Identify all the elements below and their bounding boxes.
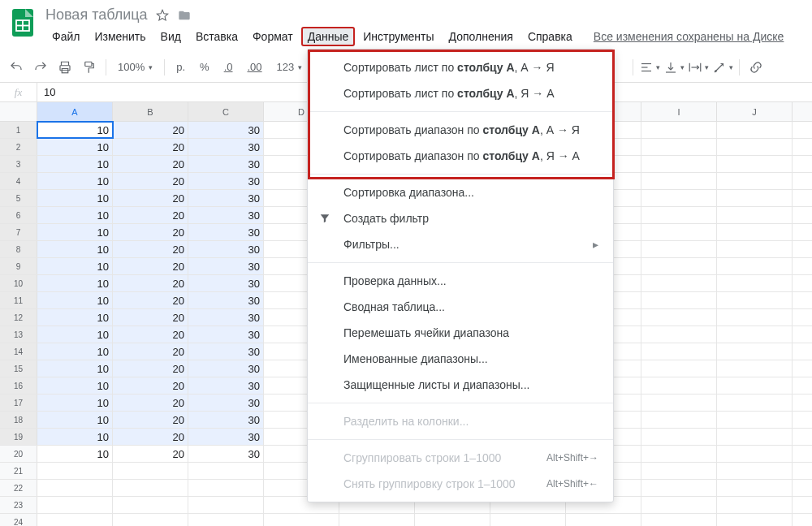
cell[interactable] (717, 514, 793, 526)
cell[interactable] (641, 446, 717, 462)
cell[interactable]: 10 (37, 394, 113, 411)
cell[interactable] (264, 514, 339, 526)
row-header[interactable]: 5 (0, 190, 37, 206)
cell[interactable]: 20 (113, 446, 188, 462)
menu-item[interactable]: Сортировать лист по столбцу A, Я → А (308, 80, 613, 106)
cell[interactable] (641, 514, 717, 526)
row-header[interactable]: 18 (0, 412, 37, 428)
menu-item[interactable]: Защищенные листы и диапазоны... (308, 372, 613, 398)
cell[interactable] (717, 463, 793, 479)
move-folder-icon[interactable] (177, 9, 192, 22)
cell[interactable]: 30 (188, 139, 264, 155)
cell[interactable] (641, 394, 717, 411)
menu-item[interactable]: Сортировать лист по столбцу A, А → Я (308, 54, 613, 80)
cell[interactable] (188, 480, 264, 496)
row-header[interactable]: 24 (0, 514, 37, 526)
percent-button[interactable]: % (193, 56, 216, 79)
cell[interactable]: 30 (188, 207, 264, 223)
cell[interactable] (113, 463, 188, 479)
cell[interactable] (641, 292, 717, 308)
cell[interactable] (717, 412, 793, 428)
cell[interactable]: 10 (37, 343, 113, 360)
cell[interactable] (641, 207, 717, 223)
cell[interactable]: 30 (188, 122, 264, 138)
col-header-B[interactable]: B (113, 102, 188, 121)
row-header[interactable]: 13 (0, 326, 37, 343)
cell[interactable] (717, 122, 793, 138)
menu-item[interactable]: Проверка данных... (308, 268, 613, 294)
menu-инструменты[interactable]: Инструменты (356, 27, 440, 46)
menu-item[interactable]: Сводная таблица... (308, 294, 613, 320)
cell[interactable] (717, 173, 793, 189)
cell[interactable] (641, 224, 717, 240)
wrap-button[interactable]: ▾ (687, 56, 710, 79)
cell[interactable]: 10 (37, 207, 113, 223)
row-header[interactable]: 15 (0, 360, 37, 377)
cell[interactable] (339, 514, 415, 526)
cell[interactable]: 20 (113, 207, 188, 223)
print-button[interactable] (54, 56, 76, 79)
row-header[interactable]: 7 (0, 224, 37, 240)
row-header[interactable]: 2 (0, 139, 37, 155)
cell[interactable]: 10 (37, 156, 113, 172)
cell[interactable]: 20 (113, 156, 188, 172)
cell[interactable] (717, 292, 793, 308)
cell[interactable]: 10 (37, 258, 113, 274)
cell[interactable] (37, 514, 113, 526)
cell[interactable] (641, 326, 717, 343)
cell[interactable] (641, 360, 717, 377)
undo-button[interactable] (5, 56, 28, 79)
cell[interactable] (717, 497, 793, 513)
row-header[interactable]: 10 (0, 275, 37, 291)
link-button[interactable] (745, 56, 767, 79)
col-header-C[interactable]: C (188, 102, 264, 121)
cell[interactable]: 10 (37, 139, 113, 155)
cell[interactable]: 20 (113, 394, 188, 411)
row-header[interactable]: 22 (0, 480, 37, 496)
cell[interactable]: 10 (37, 241, 113, 257)
cell[interactable]: 10 (37, 360, 113, 377)
cell[interactable]: 30 (188, 377, 264, 394)
cell[interactable]: 30 (188, 360, 264, 377)
cell[interactable] (641, 343, 717, 360)
cell[interactable]: 30 (188, 173, 264, 189)
cell[interactable] (641, 122, 717, 138)
sheets-logo[interactable] (6, 6, 39, 39)
cell[interactable] (641, 429, 717, 445)
cell[interactable] (717, 190, 793, 206)
align-button[interactable]: ▾ (638, 56, 661, 79)
cell[interactable]: 30 (188, 258, 264, 274)
cell[interactable] (717, 258, 793, 274)
cell[interactable]: 30 (188, 224, 264, 240)
row-header[interactable]: 19 (0, 429, 37, 445)
row-header[interactable]: 12 (0, 309, 37, 326)
cell[interactable]: 30 (188, 343, 264, 360)
cell[interactable]: 30 (188, 429, 264, 445)
cell[interactable] (717, 309, 793, 326)
redo-button[interactable] (29, 56, 52, 79)
cell[interactable]: 10 (37, 122, 113, 138)
valign-button[interactable]: ▾ (663, 56, 685, 79)
menu-файл[interactable]: Файл (45, 27, 86, 46)
star-icon[interactable] (156, 9, 169, 22)
cell[interactable] (641, 480, 717, 496)
cell[interactable] (717, 446, 793, 462)
cell[interactable] (641, 190, 717, 206)
row-header[interactable]: 11 (0, 292, 37, 308)
row-header[interactable]: 21 (0, 463, 37, 479)
menu-формат[interactable]: Формат (246, 27, 300, 46)
cell[interactable] (717, 139, 793, 155)
col-header-J[interactable]: J (717, 102, 793, 121)
col-header-A[interactable]: A (37, 102, 113, 121)
cell[interactable] (37, 497, 113, 513)
cell[interactable]: 30 (188, 241, 264, 257)
cell[interactable]: 10 (37, 326, 113, 343)
menu-item[interactable]: Создать фильтр (308, 205, 613, 231)
row-header[interactable]: 4 (0, 173, 37, 189)
cell[interactable] (717, 360, 793, 377)
cell[interactable] (717, 480, 793, 496)
cell[interactable]: 20 (113, 190, 188, 206)
cell[interactable]: 30 (188, 190, 264, 206)
cell[interactable] (717, 207, 793, 223)
cell[interactable]: 20 (113, 122, 188, 138)
